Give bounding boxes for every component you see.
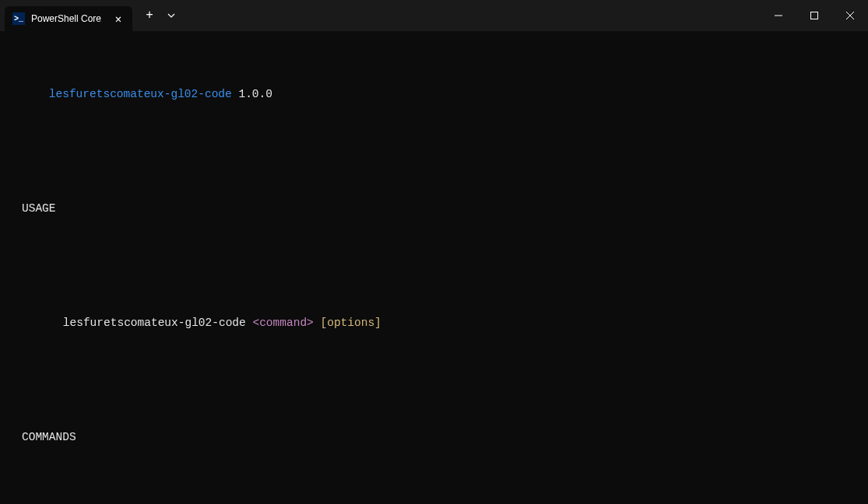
svg-rect-1 (811, 12, 818, 19)
usage-arg: <command> (252, 317, 313, 329)
window-controls (761, 3, 868, 28)
section-usage: USAGE (8, 201, 860, 217)
close-window-button[interactable] (832, 3, 868, 28)
maximize-button[interactable] (796, 3, 832, 28)
new-tab-button[interactable]: + (139, 5, 160, 26)
powershell-icon: >_ (12, 12, 25, 25)
usage-opt: [options] (321, 317, 381, 329)
minimize-button[interactable] (761, 3, 796, 28)
section-commands: COMMANDS (8, 429, 860, 446)
tab-powershell[interactable]: >_ PowerShell Core ✕ (5, 6, 132, 31)
tab-dropdown-button[interactable] (160, 5, 182, 26)
close-tab-button[interactable]: ✕ (112, 12, 125, 25)
tabs-area: >_ PowerShell Core ✕ + (0, 0, 182, 31)
window-titlebar: >_ PowerShell Core ✕ + (0, 0, 868, 31)
cli-name: lesfuretscomateux-gl02-code (49, 88, 232, 100)
tab-title: PowerShell Core (31, 13, 101, 24)
terminal-content[interactable]: lesfuretscomateux-gl02-code 1.0.0 USAGE … (0, 31, 868, 504)
cli-version: 1.0.0 (238, 88, 272, 100)
usage-cmd: lesfuretscomateux-gl02-code (63, 317, 246, 329)
